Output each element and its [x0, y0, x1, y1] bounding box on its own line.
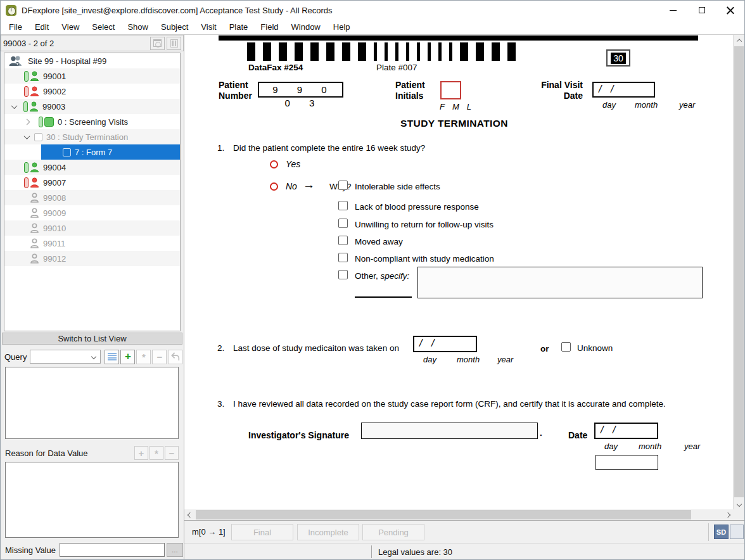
pending-button[interactable]: Pending: [362, 524, 424, 540]
scrollbar-corner: [733, 509, 744, 520]
q1-text: Did the patient complete the entire 16 w…: [233, 143, 425, 153]
horizontal-scrollbar[interactable]: [184, 509, 733, 520]
chevron-right-icon[interactable]: [23, 118, 30, 125]
menu-select[interactable]: Select: [86, 22, 121, 32]
reason-star-button[interactable]: *: [150, 446, 163, 460]
reason-remove-button[interactable]: −: [165, 446, 179, 460]
vertical-scroll-thumb[interactable]: [734, 46, 744, 497]
q2-unknown-checkbox[interactable]: [561, 342, 571, 352]
q1-option5-checkbox[interactable]: [338, 253, 348, 262]
query-star-button[interactable]: *: [136, 350, 151, 364]
q3-date-field[interactable]: / /: [594, 423, 658, 439]
subject-tree: Site 99 - Hospital #99 99001 99002 9: [4, 53, 181, 331]
barcode-bar: [326, 42, 334, 61]
query-textarea[interactable]: [5, 367, 179, 439]
q2-date-field[interactable]: / /: [413, 336, 477, 352]
subject-person-icon: [30, 177, 39, 188]
form-title: STUDY TERMINATION: [400, 118, 508, 129]
tree-item-99009[interactable]: 99009: [4, 205, 180, 220]
menu-window[interactable]: Window: [285, 22, 327, 32]
tree-item-99007[interactable]: 99007: [4, 175, 180, 190]
query-list-button[interactable]: [105, 350, 119, 364]
subject-person-outline-icon: [30, 193, 39, 203]
maximize-button[interactable]: [687, 1, 716, 20]
patient-initials-field[interactable]: [440, 81, 461, 99]
tree-item-99008[interactable]: 99008: [4, 190, 180, 205]
menu-view[interactable]: View: [55, 22, 86, 32]
sd-empty-button[interactable]: [730, 525, 744, 539]
missing-value-label: Missing Value: [5, 545, 56, 555]
close-button[interactable]: [716, 1, 744, 20]
initials-hints: F M L: [440, 102, 471, 111]
tree-item-site[interactable]: Site 99 - Hospital #99: [4, 53, 180, 68]
plate-label: Plate #007: [376, 63, 417, 72]
missing-value-row: Missing Value ...: [2, 542, 183, 557]
menu-file[interactable]: File: [3, 22, 29, 32]
query-remove-button[interactable]: −: [152, 350, 167, 364]
query-undo-button[interactable]: [168, 350, 182, 364]
tree-item-99011[interactable]: 99011: [4, 236, 180, 251]
final-button[interactable]: Final: [231, 524, 293, 540]
q1-option2-checkbox[interactable]: [338, 201, 348, 210]
q1-option3-checkbox[interactable]: [338, 219, 348, 228]
scroll-left-button[interactable]: [184, 509, 195, 520]
reason-add-button[interactable]: +: [134, 446, 148, 460]
menu-subject[interactable]: Subject: [155, 22, 194, 32]
patient-number-field[interactable]: 9 9 0 0 3: [258, 82, 343, 98]
final-visit-date-field[interactable]: / /: [592, 82, 655, 98]
chevron-down-icon[interactable]: [11, 103, 17, 109]
tree-item-label: 99010: [43, 224, 66, 233]
scroll-down-button[interactable]: [734, 499, 744, 509]
menu-help[interactable]: Help: [327, 22, 357, 32]
tree-item-study-termination[interactable]: 30 : Study Termination: [4, 129, 180, 144]
q1-option4-checkbox[interactable]: [338, 236, 348, 245]
q1-option1-checkbox[interactable]: [338, 181, 348, 190]
tree-item-99003[interactable]: 99003: [4, 99, 180, 114]
tree-item-label: 99002: [43, 87, 66, 96]
menu-field[interactable]: Field: [254, 22, 284, 32]
q1-yes-radio[interactable]: [270, 160, 278, 169]
form-viewport: DataFax #254 Plate #007 30 Patient Numbe…: [184, 35, 744, 509]
tree-item-99001[interactable]: 99001: [4, 68, 180, 84]
q1-other-specify-field[interactable]: [417, 267, 703, 298]
tree-item-99002[interactable]: 99002: [4, 84, 180, 99]
missing-value-input[interactable]: [60, 543, 165, 557]
tree-item-99004[interactable]: 99004: [4, 160, 180, 175]
switch-to-list-view-button[interactable]: Switch to List View: [2, 333, 182, 345]
q1-no-radio[interactable]: [270, 182, 278, 191]
subject-person-outline-icon: [30, 223, 39, 233]
pause-button[interactable]: [167, 37, 181, 50]
schedule-button[interactable]: [150, 37, 165, 50]
tree-item-form7-selected[interactable]: 7 : Form 7: [4, 144, 180, 160]
menu-visit[interactable]: Visit: [194, 22, 222, 32]
q1-other-checkbox[interactable]: [338, 270, 348, 279]
sd-button[interactable]: SD: [714, 525, 729, 539]
scroll-up-button[interactable]: [734, 35, 744, 46]
query-toolbar: Query + * −: [2, 349, 183, 364]
minimize-button[interactable]: [659, 1, 687, 20]
month-hint: month: [639, 442, 661, 451]
incomplete-button[interactable]: Incomplete: [297, 524, 359, 540]
missing-value-browse-button[interactable]: ...: [167, 543, 183, 557]
tree-item-99012[interactable]: 99012: [4, 251, 180, 266]
vertical-scrollbar[interactable]: [733, 35, 744, 509]
horizontal-scroll-thumb[interactable]: [196, 510, 691, 519]
menu-show[interactable]: Show: [121, 22, 155, 32]
year-hint: year: [679, 100, 695, 110]
visit-number-field[interactable]: 30: [606, 49, 630, 67]
investigator-signature-field[interactable]: [361, 423, 538, 439]
tree-item-99010[interactable]: 99010: [4, 220, 180, 236]
q1-number: 1.: [217, 143, 224, 153]
chevron-down-icon[interactable]: [23, 133, 30, 139]
reason-textarea[interactable]: [5, 462, 179, 538]
menu-edit[interactable]: Edit: [29, 22, 55, 32]
q3-extra-field[interactable]: [595, 455, 658, 470]
menu-plate[interactable]: Plate: [223, 22, 255, 32]
scroll-right-button[interactable]: [722, 509, 733, 520]
chevron-down-icon: [736, 501, 741, 506]
query-dropdown[interactable]: [30, 350, 101, 364]
subject-person-outline-icon: [30, 253, 39, 264]
subject-header: 99003 - 2 of 2: [1, 35, 184, 51]
tree-item-screening-visits[interactable]: 0 : Screening Visits: [4, 114, 180, 129]
query-add-button[interactable]: +: [120, 350, 135, 364]
